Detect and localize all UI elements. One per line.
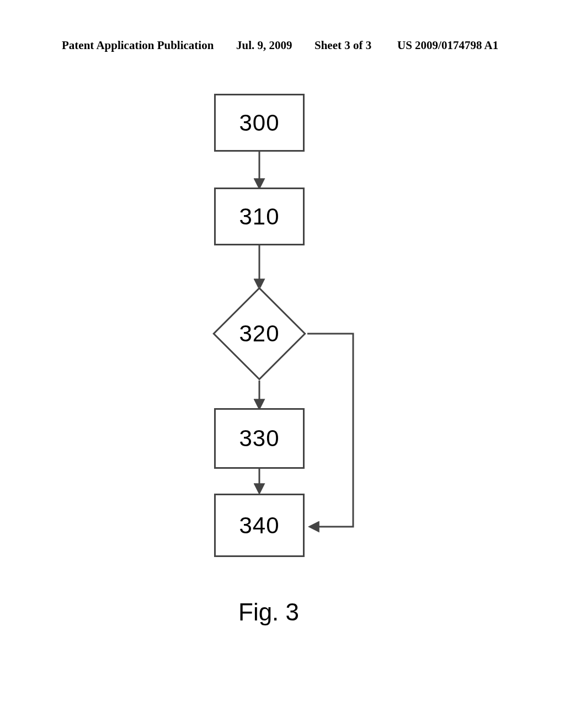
flow-node-310-label: 310 (239, 204, 279, 230)
flow-node-300-label: 300 (239, 110, 279, 136)
flow-node-340-label: 340 (239, 512, 279, 539)
flow-node-340: 340 (214, 494, 305, 557)
figure-caption: Fig. 3 (238, 598, 299, 626)
flow-node-320: 320 (226, 301, 292, 367)
flow-node-330-label: 330 (239, 425, 279, 452)
flowchart: 300 310 320 330 340 Fig. 3 (0, 0, 565, 728)
flow-node-330: 330 (214, 408, 305, 469)
patent-page: Patent Application Publication Jul. 9, 2… (0, 0, 565, 728)
flow-node-300: 300 (214, 94, 305, 152)
flow-node-320-label: 320 (239, 320, 279, 347)
flow-node-310: 310 (214, 188, 305, 245)
